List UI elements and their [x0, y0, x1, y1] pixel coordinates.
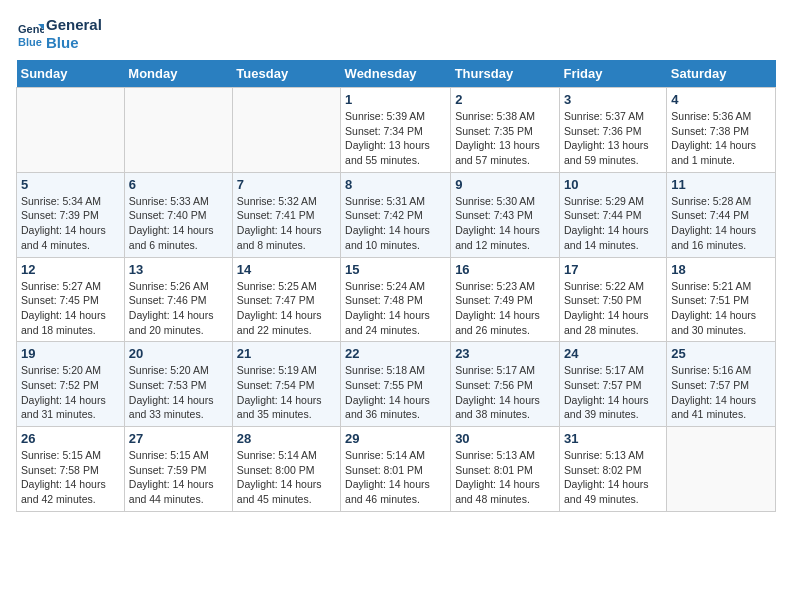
day-info: Sunrise: 5:24 AM Sunset: 7:48 PM Dayligh…: [345, 279, 446, 338]
day-info: Sunrise: 5:17 AM Sunset: 7:57 PM Dayligh…: [564, 363, 662, 422]
calendar-cell: 10Sunrise: 5:29 AM Sunset: 7:44 PM Dayli…: [559, 172, 666, 257]
day-info: Sunrise: 5:21 AM Sunset: 7:51 PM Dayligh…: [671, 279, 771, 338]
calendar-cell: 20Sunrise: 5:20 AM Sunset: 7:53 PM Dayli…: [124, 342, 232, 427]
calendar-cell: 12Sunrise: 5:27 AM Sunset: 7:45 PM Dayli…: [17, 257, 125, 342]
day-number: 3: [564, 92, 662, 107]
col-header-friday: Friday: [559, 60, 666, 88]
calendar-cell: 29Sunrise: 5:14 AM Sunset: 8:01 PM Dayli…: [341, 427, 451, 512]
logo-icon: General Blue: [16, 20, 44, 48]
calendar-cell: 17Sunrise: 5:22 AM Sunset: 7:50 PM Dayli…: [559, 257, 666, 342]
week-row-2: 5Sunrise: 5:34 AM Sunset: 7:39 PM Daylig…: [17, 172, 776, 257]
day-info: Sunrise: 5:19 AM Sunset: 7:54 PM Dayligh…: [237, 363, 336, 422]
day-number: 19: [21, 346, 120, 361]
calendar-cell: 16Sunrise: 5:23 AM Sunset: 7:49 PM Dayli…: [451, 257, 560, 342]
calendar-cell: 25Sunrise: 5:16 AM Sunset: 7:57 PM Dayli…: [667, 342, 776, 427]
day-info: Sunrise: 5:39 AM Sunset: 7:34 PM Dayligh…: [345, 109, 446, 168]
logo-text-general: General: [46, 16, 102, 34]
day-number: 26: [21, 431, 120, 446]
day-number: 7: [237, 177, 336, 192]
day-info: Sunrise: 5:36 AM Sunset: 7:38 PM Dayligh…: [671, 109, 771, 168]
day-number: 23: [455, 346, 555, 361]
col-header-monday: Monday: [124, 60, 232, 88]
day-info: Sunrise: 5:29 AM Sunset: 7:44 PM Dayligh…: [564, 194, 662, 253]
col-header-saturday: Saturday: [667, 60, 776, 88]
calendar-cell: 23Sunrise: 5:17 AM Sunset: 7:56 PM Dayli…: [451, 342, 560, 427]
day-number: 8: [345, 177, 446, 192]
day-number: 29: [345, 431, 446, 446]
day-info: Sunrise: 5:14 AM Sunset: 8:00 PM Dayligh…: [237, 448, 336, 507]
calendar-cell: 1Sunrise: 5:39 AM Sunset: 7:34 PM Daylig…: [341, 88, 451, 173]
day-number: 6: [129, 177, 228, 192]
col-header-sunday: Sunday: [17, 60, 125, 88]
day-info: Sunrise: 5:34 AM Sunset: 7:39 PM Dayligh…: [21, 194, 120, 253]
calendar-cell: [667, 427, 776, 512]
day-info: Sunrise: 5:18 AM Sunset: 7:55 PM Dayligh…: [345, 363, 446, 422]
calendar-cell: 14Sunrise: 5:25 AM Sunset: 7:47 PM Dayli…: [232, 257, 340, 342]
day-info: Sunrise: 5:22 AM Sunset: 7:50 PM Dayligh…: [564, 279, 662, 338]
day-number: 14: [237, 262, 336, 277]
day-number: 1: [345, 92, 446, 107]
calendar-cell: 6Sunrise: 5:33 AM Sunset: 7:40 PM Daylig…: [124, 172, 232, 257]
day-info: Sunrise: 5:13 AM Sunset: 8:02 PM Dayligh…: [564, 448, 662, 507]
day-info: Sunrise: 5:31 AM Sunset: 7:42 PM Dayligh…: [345, 194, 446, 253]
day-number: 12: [21, 262, 120, 277]
calendar-cell: 2Sunrise: 5:38 AM Sunset: 7:35 PM Daylig…: [451, 88, 560, 173]
calendar-cell: 9Sunrise: 5:30 AM Sunset: 7:43 PM Daylig…: [451, 172, 560, 257]
day-number: 27: [129, 431, 228, 446]
day-info: Sunrise: 5:23 AM Sunset: 7:49 PM Dayligh…: [455, 279, 555, 338]
col-header-thursday: Thursday: [451, 60, 560, 88]
day-number: 24: [564, 346, 662, 361]
calendar-cell: 31Sunrise: 5:13 AM Sunset: 8:02 PM Dayli…: [559, 427, 666, 512]
calendar-cell: [17, 88, 125, 173]
day-info: Sunrise: 5:17 AM Sunset: 7:56 PM Dayligh…: [455, 363, 555, 422]
day-number: 11: [671, 177, 771, 192]
calendar-cell: 27Sunrise: 5:15 AM Sunset: 7:59 PM Dayli…: [124, 427, 232, 512]
page-header: General Blue General Blue: [16, 16, 776, 52]
calendar-cell: 13Sunrise: 5:26 AM Sunset: 7:46 PM Dayli…: [124, 257, 232, 342]
day-number: 18: [671, 262, 771, 277]
day-number: 13: [129, 262, 228, 277]
col-header-tuesday: Tuesday: [232, 60, 340, 88]
svg-text:Blue: Blue: [18, 36, 42, 48]
calendar-table: SundayMondayTuesdayWednesdayThursdayFrid…: [16, 60, 776, 512]
calendar-cell: 30Sunrise: 5:13 AM Sunset: 8:01 PM Dayli…: [451, 427, 560, 512]
calendar-cell: 24Sunrise: 5:17 AM Sunset: 7:57 PM Dayli…: [559, 342, 666, 427]
day-info: Sunrise: 5:13 AM Sunset: 8:01 PM Dayligh…: [455, 448, 555, 507]
day-info: Sunrise: 5:14 AM Sunset: 8:01 PM Dayligh…: [345, 448, 446, 507]
day-info: Sunrise: 5:20 AM Sunset: 7:53 PM Dayligh…: [129, 363, 228, 422]
calendar-cell: [232, 88, 340, 173]
calendar-cell: 15Sunrise: 5:24 AM Sunset: 7:48 PM Dayli…: [341, 257, 451, 342]
day-number: 30: [455, 431, 555, 446]
calendar-cell: 28Sunrise: 5:14 AM Sunset: 8:00 PM Dayli…: [232, 427, 340, 512]
calendar-cell: 4Sunrise: 5:36 AM Sunset: 7:38 PM Daylig…: [667, 88, 776, 173]
calendar-cell: 26Sunrise: 5:15 AM Sunset: 7:58 PM Dayli…: [17, 427, 125, 512]
day-info: Sunrise: 5:15 AM Sunset: 7:58 PM Dayligh…: [21, 448, 120, 507]
week-row-5: 26Sunrise: 5:15 AM Sunset: 7:58 PM Dayli…: [17, 427, 776, 512]
day-info: Sunrise: 5:16 AM Sunset: 7:57 PM Dayligh…: [671, 363, 771, 422]
day-info: Sunrise: 5:15 AM Sunset: 7:59 PM Dayligh…: [129, 448, 228, 507]
calendar-cell: 5Sunrise: 5:34 AM Sunset: 7:39 PM Daylig…: [17, 172, 125, 257]
day-number: 5: [21, 177, 120, 192]
calendar-cell: 21Sunrise: 5:19 AM Sunset: 7:54 PM Dayli…: [232, 342, 340, 427]
day-number: 22: [345, 346, 446, 361]
col-header-wednesday: Wednesday: [341, 60, 451, 88]
day-number: 16: [455, 262, 555, 277]
calendar-cell: 19Sunrise: 5:20 AM Sunset: 7:52 PM Dayli…: [17, 342, 125, 427]
day-number: 9: [455, 177, 555, 192]
day-info: Sunrise: 5:27 AM Sunset: 7:45 PM Dayligh…: [21, 279, 120, 338]
day-info: Sunrise: 5:26 AM Sunset: 7:46 PM Dayligh…: [129, 279, 228, 338]
day-number: 10: [564, 177, 662, 192]
day-info: Sunrise: 5:20 AM Sunset: 7:52 PM Dayligh…: [21, 363, 120, 422]
day-number: 28: [237, 431, 336, 446]
day-number: 31: [564, 431, 662, 446]
calendar-cell: 3Sunrise: 5:37 AM Sunset: 7:36 PM Daylig…: [559, 88, 666, 173]
logo: General Blue General Blue: [16, 16, 102, 52]
day-info: Sunrise: 5:25 AM Sunset: 7:47 PM Dayligh…: [237, 279, 336, 338]
calendar-cell: 8Sunrise: 5:31 AM Sunset: 7:42 PM Daylig…: [341, 172, 451, 257]
day-info: Sunrise: 5:30 AM Sunset: 7:43 PM Dayligh…: [455, 194, 555, 253]
day-number: 20: [129, 346, 228, 361]
day-number: 4: [671, 92, 771, 107]
week-row-4: 19Sunrise: 5:20 AM Sunset: 7:52 PM Dayli…: [17, 342, 776, 427]
day-number: 2: [455, 92, 555, 107]
day-info: Sunrise: 5:32 AM Sunset: 7:41 PM Dayligh…: [237, 194, 336, 253]
